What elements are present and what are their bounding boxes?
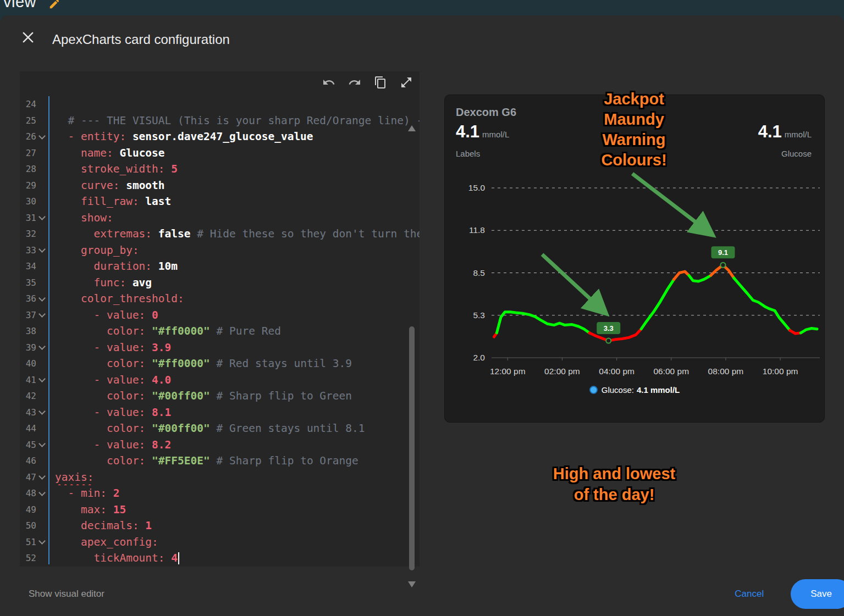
gutter-line[interactable]: 25 bbox=[20, 113, 48, 129]
gutter-line[interactable]: 50 bbox=[20, 518, 48, 534]
code-line[interactable]: - entity: sensor.dave247_glucose_value bbox=[55, 129, 420, 145]
code-line[interactable]: yaxis: bbox=[55, 469, 420, 486]
code-line[interactable]: color: "#00ff00" # Sharp flip to Green bbox=[55, 388, 420, 404]
fold-chevron-icon[interactable] bbox=[36, 538, 47, 546]
gutter-line[interactable]: 36 bbox=[20, 291, 48, 307]
gutter-line[interactable]: 29 bbox=[20, 177, 48, 194]
scroll-up-icon[interactable] bbox=[408, 125, 416, 131]
apexcharts-config-dialog: ApexCharts card configuration 2425262728… bbox=[0, 15, 844, 616]
gutter-line[interactable]: 40 bbox=[20, 356, 48, 372]
code-line[interactable]: color: "#ff0000" # Pure Red bbox=[55, 323, 420, 340]
gutter-line[interactable]: 24 bbox=[20, 96, 48, 113]
fold-chevron-icon[interactable] bbox=[36, 295, 47, 303]
gutter-line[interactable]: 33 bbox=[20, 242, 48, 259]
code-line[interactable]: tickAmount: 4 bbox=[55, 550, 420, 567]
gutter-line[interactable]: 49 bbox=[20, 502, 48, 518]
legend-dot-icon bbox=[589, 386, 598, 394]
show-visual-editor-toggle[interactable]: Show visual editor bbox=[29, 589, 104, 600]
code-line[interactable]: func: avg bbox=[55, 275, 420, 291]
gutter-line[interactable]: 43 bbox=[20, 404, 48, 421]
gutter-line[interactable]: 28 bbox=[20, 161, 48, 177]
code-line[interactable]: color: "#ff0000" # Red stays until 3.9 bbox=[55, 356, 420, 372]
scroll-thumb[interactable] bbox=[409, 326, 415, 570]
gutter-line[interactable]: 27 bbox=[20, 145, 48, 162]
editor-scrollbar[interactable] bbox=[410, 97, 418, 564]
fold-chevron-icon[interactable] bbox=[36, 490, 47, 497]
code-line[interactable]: name: Glucose bbox=[55, 145, 420, 162]
fold-chevron-icon[interactable] bbox=[36, 408, 47, 416]
glucose-series-segment bbox=[674, 271, 689, 279]
glucose-series-segment bbox=[734, 278, 790, 330]
code-line[interactable]: max: 15 bbox=[55, 502, 420, 518]
fold-chevron-icon[interactable] bbox=[36, 214, 47, 221]
yaml-code-editor[interactable]: 2425262728293031323334353637383940414243… bbox=[20, 71, 420, 567]
gutter-line[interactable]: 52 bbox=[20, 550, 48, 567]
expand-icon bbox=[400, 76, 413, 89]
code-line[interactable]: show: bbox=[55, 210, 420, 226]
fold-chevron-icon[interactable] bbox=[36, 133, 47, 141]
code-line[interactable]: duration: 10m bbox=[55, 258, 420, 275]
fullscreen-button[interactable] bbox=[400, 76, 413, 89]
copy-button[interactable] bbox=[374, 76, 387, 89]
fold-chevron-icon[interactable] bbox=[36, 311, 47, 319]
fold-chevron-icon[interactable] bbox=[36, 441, 47, 448]
gutter-line[interactable]: 34 bbox=[20, 258, 48, 275]
code-line[interactable]: stroke_width: 5 bbox=[55, 161, 420, 177]
editor-code[interactable]: # --- THE VISUAL (This is your sharp Red… bbox=[48, 96, 420, 567]
gutter-line[interactable]: 38 bbox=[20, 323, 48, 340]
high-low-note: High and lowestof the day! bbox=[532, 463, 697, 505]
undo-button[interactable] bbox=[322, 76, 335, 89]
close-button[interactable] bbox=[20, 30, 36, 46]
gutter-line[interactable]: 42 bbox=[20, 388, 48, 404]
fold-chevron-icon[interactable] bbox=[36, 246, 47, 254]
code-line[interactable]: - value: 0 bbox=[55, 307, 420, 324]
cancel-button[interactable]: Cancel bbox=[731, 588, 767, 600]
gutter-line[interactable]: 44 bbox=[20, 420, 48, 437]
gutter-line[interactable]: 32 bbox=[20, 226, 48, 242]
code-line[interactable] bbox=[55, 96, 420, 113]
glucose-series-segment bbox=[801, 329, 817, 333]
x-axis-tick: 04:00 pm bbox=[599, 367, 635, 376]
gutter-line[interactable]: 31 bbox=[20, 210, 48, 226]
fold-chevron-icon[interactable] bbox=[36, 376, 47, 384]
code-line[interactable]: color_threshold: bbox=[55, 291, 420, 307]
fold-chevron-icon[interactable] bbox=[36, 473, 47, 481]
code-line[interactable]: apex_config: bbox=[55, 534, 420, 551]
gutter-line[interactable]: 45 bbox=[20, 437, 48, 453]
code-line[interactable]: group_by: bbox=[55, 242, 420, 259]
gutter-line[interactable]: 41 bbox=[20, 372, 48, 389]
legend-value: 4.1 mmol/L bbox=[637, 385, 680, 395]
fold-chevron-icon[interactable] bbox=[36, 343, 47, 351]
code-line[interactable]: curve: smooth bbox=[55, 177, 420, 194]
gutter-line[interactable]: 47 bbox=[20, 469, 48, 486]
x-axis-tick: 08:00 pm bbox=[708, 367, 744, 376]
extreme-marker-label: 9.1 bbox=[718, 248, 728, 257]
y-axis-tick: 5.3 bbox=[473, 310, 485, 320]
gutter-line[interactable]: 48 bbox=[20, 485, 48, 502]
code-line[interactable]: - value: 8.2 bbox=[55, 437, 420, 453]
code-line[interactable]: extremas: false # Hide these so they don… bbox=[55, 226, 420, 242]
code-line[interactable]: # --- THE VISUAL (This is your sharp Red… bbox=[55, 113, 420, 129]
code-line[interactable]: color: "#FF5E0E" # Sharp flip to Orange bbox=[55, 453, 420, 469]
editor-gutter: 2425262728293031323334353637383940414243… bbox=[20, 96, 48, 567]
code-line[interactable]: fill_raw: last bbox=[55, 193, 420, 210]
code-line[interactable]: color: "#00ff00" # Green stays until 8.1 bbox=[55, 420, 420, 437]
gutter-line[interactable]: 51 bbox=[20, 534, 48, 551]
view-tab-label: view bbox=[3, 0, 36, 11]
gutter-line[interactable]: 46 bbox=[20, 453, 48, 469]
save-button[interactable]: Save bbox=[791, 579, 844, 609]
code-line[interactable]: - min: 2 bbox=[55, 485, 420, 502]
redo-button[interactable] bbox=[348, 76, 361, 89]
chart-legend[interactable]: Glucose: 4.1 mmol/L bbox=[445, 385, 824, 395]
gutter-line[interactable]: 37 bbox=[20, 307, 48, 324]
edit-pencil-icon[interactable] bbox=[48, 0, 60, 10]
x-axis-tick: 02:00 pm bbox=[544, 367, 580, 376]
code-line[interactable]: - value: 4.0 bbox=[55, 372, 420, 389]
code-line[interactable]: decimals: 1 bbox=[55, 518, 420, 534]
gutter-line[interactable]: 26 bbox=[20, 129, 48, 145]
gutter-line[interactable]: 30 bbox=[20, 193, 48, 210]
gutter-line[interactable]: 39 bbox=[20, 340, 48, 356]
gutter-line[interactable]: 35 bbox=[20, 275, 48, 291]
code-line[interactable]: - value: 3.9 bbox=[55, 340, 420, 356]
code-line[interactable]: - value: 8.1 bbox=[55, 404, 420, 421]
